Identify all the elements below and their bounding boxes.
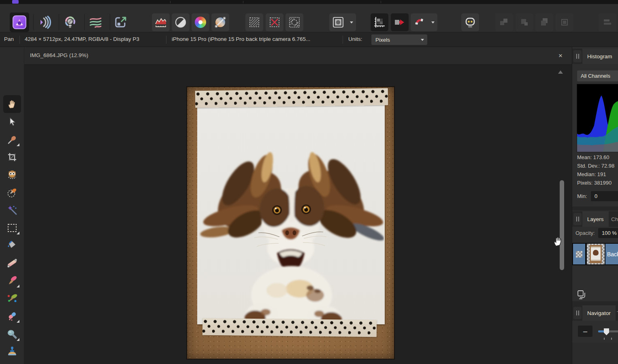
- tab-navigator[interactable]: Navigator: [582, 305, 616, 321]
- auto-colours-button[interactable]: [192, 13, 209, 31]
- paint-bucket-icon: [6, 240, 18, 251]
- paint-brush-icon: [6, 275, 18, 287]
- zoom-slider-track[interactable]: [598, 330, 618, 332]
- assistant-button[interactable]: [461, 13, 479, 31]
- tab-channels[interactable]: Chan: [609, 211, 618, 227]
- vertical-scrollbar-thumb[interactable]: [560, 180, 564, 270]
- eraser-icon: [6, 311, 18, 322]
- arrange-front-icon: [498, 16, 510, 28]
- histogram-std-dev: Std. Dev.: 72.98: [577, 163, 614, 169]
- blemish-removal-icon: [6, 329, 18, 340]
- marquee-select-tool[interactable]: [3, 220, 21, 236]
- color-replacement-brush-icon: [6, 293, 18, 304]
- transform-objects-separately-icon: [393, 15, 407, 29]
- auto-contrast-button[interactable]: [172, 13, 190, 31]
- transform-objects-separately-button[interactable]: [391, 13, 409, 31]
- opacity-label: Opacity:: [575, 230, 595, 236]
- histogram-median: Median: 191: [577, 171, 606, 177]
- invert-pixel-selection-button[interactable]: [286, 13, 303, 31]
- selection-brush-tool[interactable]: [3, 185, 21, 201]
- layer-row[interactable]: Back: [572, 243, 618, 265]
- photo-persona-button[interactable]: [10, 13, 29, 32]
- crop-icon: [7, 152, 17, 162]
- move-by-whole-pixels-icon: [373, 15, 386, 29]
- liquify-persona-button[interactable]: [36, 13, 53, 31]
- select-all-button[interactable]: [245, 13, 263, 31]
- document-tab[interactable]: IMG_6864.JPG (12.9%): [30, 52, 88, 58]
- develop-persona-button[interactable]: [61, 13, 79, 31]
- tab-histogram[interactable]: Histogram: [582, 49, 618, 64]
- arrange-backward-button: [535, 13, 553, 31]
- export-persona-icon: [114, 15, 128, 29]
- snapping-dropdown[interactable]: [428, 13, 437, 31]
- quick-mask-button[interactable]: [329, 13, 347, 31]
- washi-tape-top: [195, 88, 388, 108]
- layer-thumbnail[interactable]: [587, 244, 605, 264]
- auto-white-balance-icon: [213, 15, 227, 29]
- undo-brush-tool[interactable]: [3, 361, 21, 364]
- flood-select-tool[interactable]: [3, 202, 21, 218]
- min-label: Min:: [577, 193, 587, 199]
- gradient-tool[interactable]: [3, 255, 21, 271]
- select-all-icon: [247, 15, 261, 29]
- auto-colours-icon: [195, 17, 206, 28]
- washi-tape-bottom: [202, 318, 377, 337]
- context-toolbar: Pan 4284 × 5712px, 24.47MP, RGBA/8 - Dis…: [0, 32, 618, 47]
- window-title-strip: [0, 0, 618, 4]
- snapping-button[interactable]: [411, 13, 428, 31]
- move-tool[interactable]: [3, 113, 21, 130]
- clone-brush-tool[interactable]: [3, 343, 21, 360]
- color-replacement-brush-tool[interactable]: [3, 290, 21, 307]
- layers-panel-options-icon[interactable]: [576, 289, 587, 301]
- erase-brush-tool[interactable]: [3, 308, 21, 324]
- quick-mask-dropdown[interactable]: [347, 13, 356, 31]
- paint-brush-tool[interactable]: [3, 273, 21, 289]
- min-input[interactable]: 0: [591, 191, 618, 201]
- view-tool[interactable]: [3, 95, 21, 113]
- flood-fill-tool[interactable]: [3, 237, 21, 253]
- auto-white-balance-button[interactable]: [211, 13, 229, 31]
- main-toolbar: [0, 4, 618, 32]
- chevron-down-icon: [421, 39, 424, 43]
- opacity-value[interactable]: 100 %: [598, 228, 618, 238]
- layers-panel-drag-handle[interactable]: [573, 213, 582, 225]
- zoom-slider-thumb[interactable]: [604, 328, 609, 335]
- tone-mapping-persona-button[interactable]: [87, 13, 104, 31]
- histogram-panel-drag-handle[interactable]: [573, 50, 582, 62]
- arrange-backward-icon: [538, 16, 550, 28]
- blemish-removal-tool[interactable]: [3, 326, 21, 343]
- channels-dropdown[interactable]: All Channels: [577, 70, 618, 81]
- arrange-front-button: [495, 13, 513, 31]
- tab-close-button[interactable]: ×: [556, 51, 565, 61]
- dog-painting: [198, 151, 384, 329]
- owl-icon: [6, 169, 18, 181]
- histogram-graph: [577, 84, 618, 152]
- scroll-up-arrow-icon[interactable]: [558, 68, 563, 74]
- auto-levels-button[interactable]: [152, 13, 170, 31]
- tab-layers[interactable]: Layers: [582, 211, 609, 227]
- document-area: IMG_6864.JPG (12.9%) ×: [24, 47, 572, 364]
- camera-lens-label: iPhone 15 Pro (iPhone 15 Pro back triple…: [172, 36, 310, 42]
- navigator-panel-drag-handle[interactable]: [573, 307, 582, 319]
- photo-persona-icon: [12, 15, 27, 30]
- histogram-pixels: Pixels: 381990: [577, 180, 612, 186]
- object-selection-tool[interactable]: [3, 167, 21, 183]
- crop-tool[interactable]: [3, 149, 21, 165]
- auto-contrast-icon: [174, 15, 188, 29]
- studio-panels: Histogram All Channels Mean: 173.60 Std.…: [572, 47, 618, 364]
- move-by-whole-pixels-button[interactable]: [371, 13, 388, 31]
- zoom-out-button[interactable]: –: [578, 326, 592, 337]
- units-select[interactable]: Pixels: [371, 34, 427, 45]
- units-value: Pixels: [375, 37, 390, 43]
- arrange-forward-icon: [518, 16, 531, 28]
- tab-next-cut[interactable]: T: [616, 305, 618, 321]
- active-tool-label: Pan: [4, 36, 14, 42]
- hand-cursor: [552, 235, 564, 247]
- canvas-viewport[interactable]: [24, 65, 572, 364]
- histogram-mean: Mean: 173.60: [577, 154, 609, 160]
- photo-image: [186, 86, 395, 360]
- move-cursor-icon: [7, 117, 17, 126]
- color-picker-tool[interactable]: [3, 132, 21, 148]
- export-persona-button[interactable]: [112, 13, 130, 31]
- deselect-button[interactable]: [266, 13, 283, 31]
